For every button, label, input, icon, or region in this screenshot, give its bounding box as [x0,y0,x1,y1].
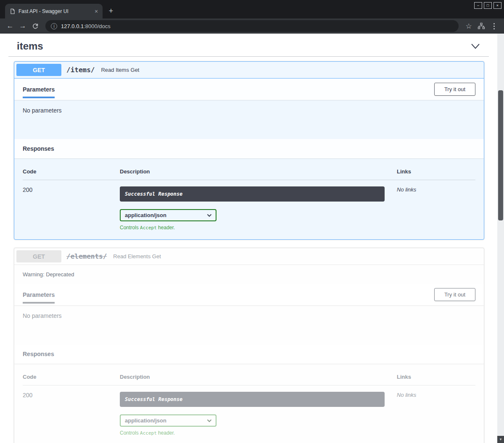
accept-header-note: Controls Accept header. [120,430,397,436]
forward-icon[interactable]: → [17,20,29,32]
opblock-get-elements-deprecated: GET /elements/ Read Elements Get Warning… [14,248,484,443]
media-type-select[interactable]: application/json [120,414,216,427]
response-row-200: 200 Successful Response application/json… [23,385,475,436]
parameters-header: Parameters Try it out [14,79,484,100]
bookmark-star-icon[interactable]: ☆ [463,20,475,32]
opblock-summary[interactable]: GET /elements/ Read Elements Get [14,248,484,265]
responses-table: Code Description Links 200 Successful Re… [14,158,484,239]
responses-header: Responses [14,139,484,158]
url-path: :8000/docs [84,23,111,29]
col-description: Description [120,168,397,175]
responses-title: Responses [23,351,54,357]
media-type-select[interactable]: application/json [120,209,216,221]
tab-parameters[interactable]: Parameters [23,86,55,93]
method-badge: GET [16,64,61,76]
operation-summary: Read Items Get [101,67,139,73]
try-it-out-button[interactable]: Try it out [434,288,475,301]
media-type-value: application/json [125,212,166,218]
parameters-header: Parameters Try it out [14,284,484,305]
browser-menu-icon[interactable] [488,20,500,32]
parameters-body: No parameters [14,100,484,139]
browser-titlebar: Fast API - Swagger UI × + − □ × [0,0,504,18]
accept-code: Accept [140,225,157,231]
address-bar[interactable]: i 127.0.0.1:8000/docs [45,20,459,32]
media-type-value: application/json [125,417,166,424]
url-text: 127.0.0.1:8000/docs [61,23,111,29]
links-text: No links [397,186,475,231]
no-parameters-text: No parameters [23,107,62,114]
page-content: items GET /items/ Read Items Get Paramet… [0,34,504,443]
tag-title: items [17,40,43,52]
accept-header-note: Controls Accept header. [120,225,397,231]
url-host: 127.0.0.1 [61,23,84,29]
status-code: 200 [23,392,120,436]
tab-close-icon[interactable]: × [92,8,100,15]
window-close-icon[interactable]: × [493,2,501,9]
select-chevron-icon [207,419,212,422]
accept-code: Accept [140,430,157,436]
responses-table-head: Code Description Links [23,165,475,180]
try-it-out-button[interactable]: Try it out [434,83,475,96]
scrollbar-thumb[interactable] [498,90,503,220]
col-links: Links [397,374,475,380]
page-scrollbar: ▼ [497,34,504,443]
col-links: Links [397,168,475,175]
window-maximize-icon[interactable]: □ [484,2,492,9]
sitemap-icon[interactable] [475,20,487,32]
operation-path: /elements/ [66,252,107,260]
operation-path: /items/ [66,66,95,74]
operation-summary: Read Elements Get [113,253,161,260]
responses-title: Responses [23,145,54,152]
tag-header-items[interactable]: items [8,34,489,57]
responses-table-head: Code Description Links [23,370,475,385]
col-description: Description [120,374,397,380]
window-minimize-icon[interactable]: − [474,2,482,9]
responses-header: Responses [14,344,484,364]
browser-toolbar: ← → i 127.0.0.1:8000/docs ☆ [0,18,504,34]
response-row-200: 200 Successful Response application/json… [23,180,475,231]
swagger-page: items GET /items/ Read Items Get Paramet… [0,34,497,443]
opblock-summary[interactable]: GET /items/ Read Items Get [14,62,484,79]
responses-table: Code Description Links 200 Successful Re… [14,364,484,443]
no-parameters-text: No parameters [23,312,62,319]
response-description: Successful Response [120,186,385,202]
select-chevron-icon [207,214,212,217]
response-description-cell: Successful Response application/json Con… [120,186,397,231]
tab-parameters[interactable]: Parameters [23,291,55,298]
deprecated-warning: Warning: Deprecated [14,265,484,284]
chevron-down-icon [470,42,480,50]
links-text: No links [397,392,475,436]
tab-title: Fast API - Swagger UI [18,8,89,14]
response-description-cell: Successful Response application/json Con… [120,392,397,436]
method-badge: GET [16,250,61,262]
reload-icon[interactable] [29,20,41,32]
status-code: 200 [23,186,120,231]
browser-tab[interactable]: Fast API - Swagger UI × [5,4,103,18]
opblock-get-items: GET /items/ Read Items Get Parameters Tr… [14,61,484,240]
scrollbar-down-icon[interactable]: ▼ [497,436,504,443]
col-code: Code [23,374,120,380]
back-icon[interactable]: ← [4,20,16,32]
document-icon [10,8,15,14]
new-tab-button[interactable]: + [105,5,117,17]
site-info-icon[interactable]: i [51,23,57,29]
window-controls: − □ × [474,2,501,9]
response-description: Successful Response [120,392,385,407]
col-code: Code [23,168,120,175]
parameters-body: No parameters [14,305,484,344]
